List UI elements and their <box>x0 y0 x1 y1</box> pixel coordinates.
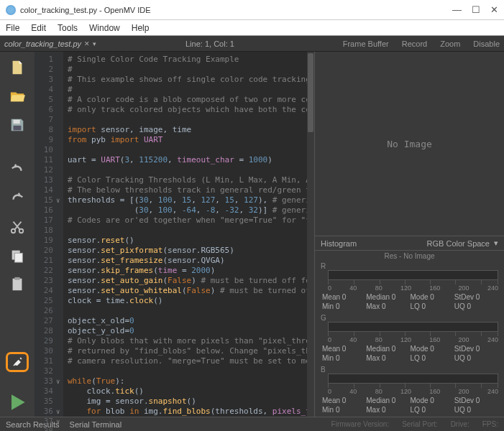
channel-b: B04080120160200240Mean 0Median 0Mode 0St… <box>315 365 504 417</box>
menubar: File Edit Tools Window Help <box>0 20 504 36</box>
channel-graph <box>328 322 498 332</box>
status-bar: Search Results Serial Terminal Firmware … <box>0 417 504 431</box>
editor[interactable]: 1 2 3 4 5 6 7 8 9 10 11 12 13 14 15 16 1… <box>35 52 315 417</box>
tabbar: color_tracking_test.py ✕ ▾ Line: 1, Col:… <box>0 36 504 52</box>
channel-r: R04080120160200240Mean 0Median 0Mode 0St… <box>315 261 504 313</box>
fps: FPS: <box>482 420 498 428</box>
open-file-button[interactable] <box>6 86 29 106</box>
channel-stats-row2: Min 0Max 0LQ 0UQ 0 <box>322 406 498 414</box>
channel-stats-row2: Min 0Max 0LQ 0UQ 0 <box>322 354 498 362</box>
svg-rect-6 <box>13 279 22 291</box>
firmware-version: Firmware Version: <box>331 420 390 428</box>
channel-name: B <box>321 366 326 374</box>
window-title: color_tracking_test.py - OpenMV IDE <box>20 6 151 14</box>
serial-port: Serial Port: <box>402 420 437 428</box>
channel-axis: 04080120160200240 <box>328 284 498 292</box>
menu-window[interactable]: Window <box>89 23 120 33</box>
app-icon <box>6 5 16 15</box>
histogram-panel: Histogram RGB Color Space ▾ Res - No Ima… <box>315 236 504 417</box>
histogram-resolution: Res - No Image <box>315 251 504 261</box>
chevron-down-icon: ▾ <box>494 238 498 248</box>
tab-file[interactable]: color_tracking_test.py <box>4 40 81 48</box>
frame-buffer-view: No Image <box>315 52 504 236</box>
copy-button[interactable] <box>6 246 29 266</box>
drive: Drive: <box>451 420 469 428</box>
left-toolbar <box>0 52 35 417</box>
paste-button[interactable] <box>6 274 29 295</box>
channel-g: G04080120160200240Mean 0Median 0Mode 0St… <box>315 313 504 365</box>
channel-name: G <box>321 314 326 322</box>
editor-scrollbar[interactable] <box>307 52 314 417</box>
channel-axis: 04080120160200240 <box>328 388 498 395</box>
color-space-dropdown[interactable]: RGB Color Space ▾ <box>427 238 498 248</box>
record-button[interactable]: Record <box>402 40 427 48</box>
tab-dropdown-icon[interactable]: ▾ <box>93 40 96 47</box>
histogram-label: Histogram <box>321 239 357 248</box>
channel-name: R <box>321 262 326 270</box>
disable-button[interactable]: Disable <box>473 40 500 48</box>
redo-button[interactable] <box>6 188 29 208</box>
channel-stats-row1: Mean 0Median 0Mode 0StDev 0 <box>322 345 498 353</box>
svg-rect-7 <box>14 277 19 280</box>
maximize-button[interactable]: ☐ <box>472 4 480 15</box>
menu-tools[interactable]: Tools <box>58 23 78 33</box>
channel-graph <box>328 270 498 280</box>
undo-button[interactable] <box>6 159 29 180</box>
connect-button[interactable] <box>6 352 29 372</box>
channel-graph <box>328 374 498 384</box>
no-image-label: No Image <box>387 139 432 149</box>
menu-edit[interactable]: Edit <box>31 23 46 33</box>
frame-buffer-panel: No Image <box>315 52 504 236</box>
menu-file[interactable]: File <box>6 23 19 33</box>
svg-rect-1 <box>14 126 22 130</box>
new-file-button[interactable] <box>6 57 29 78</box>
code-area[interactable]: # Single Color Code Tracking Example # #… <box>63 52 307 417</box>
svg-rect-5 <box>14 253 22 262</box>
svg-rect-0 <box>14 120 20 124</box>
serial-terminal-tab[interactable]: Serial Terminal <box>70 420 122 429</box>
channel-axis: 04080120160200240 <box>328 336 498 343</box>
channel-stats-row1: Mean 0Median 0Mode 0StDev 0 <box>322 397 498 404</box>
tab-close-icon[interactable]: ✕ <box>84 40 90 47</box>
fold-gutter[interactable]: ∨ ∨ ∨ ∨ <box>56 52 63 417</box>
save-file-button[interactable] <box>6 115 29 135</box>
framebuffer-label: Frame Buffer <box>343 40 389 48</box>
minimize-button[interactable]: — <box>452 4 462 15</box>
channel-stats-row1: Mean 0Median 0Mode 0StDev 0 <box>322 293 498 301</box>
menu-help[interactable]: Help <box>132 23 150 33</box>
titlebar: color_tracking_test.py - OpenMV IDE — ☐ … <box>0 0 504 20</box>
cut-button[interactable] <box>6 217 29 237</box>
zoom-button[interactable]: Zoom <box>440 40 460 48</box>
cursor-position: Line: 1, Col: 1 <box>185 40 234 48</box>
run-button[interactable] <box>6 392 29 412</box>
line-gutter: 1 2 3 4 5 6 7 8 9 10 11 12 13 14 15 16 1… <box>35 52 56 417</box>
channel-stats-row2: Min 0Max 0LQ 0UQ 0 <box>322 302 498 310</box>
close-button[interactable]: ✕ <box>490 4 498 15</box>
